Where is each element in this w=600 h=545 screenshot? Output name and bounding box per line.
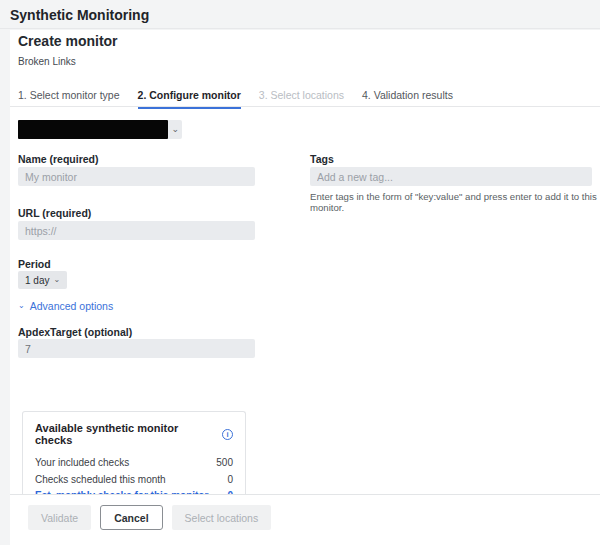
tags-help-text: Enter tags in the form of "key:value" an… (310, 191, 598, 213)
page-title: Synthetic Monitoring (10, 7, 149, 23)
checks-row-label: Your included checks (35, 455, 129, 472)
name-input[interactable] (18, 167, 255, 186)
select-locations-button[interactable]: Select locations (172, 505, 272, 530)
name-label: Name (required) (18, 153, 99, 165)
checks-row-value: 0 (227, 472, 233, 489)
checks-row-scheduled: Checks scheduled this month 0 (35, 472, 233, 489)
app-window: Synthetic Monitoring Create monitor Brok… (0, 0, 600, 545)
advanced-options-toggle[interactable]: ⌄ Advanced options (18, 300, 113, 312)
period-value: 1 day (25, 275, 49, 286)
card-heading: Create monitor (18, 33, 118, 49)
info-icon[interactable]: i (222, 429, 233, 440)
redacted-select-value (18, 120, 168, 139)
tags-label: Tags (310, 153, 334, 165)
monitor-type-select[interactable]: ⌄ (18, 120, 182, 139)
period-label: Period (18, 258, 51, 270)
footer-divider (10, 494, 600, 495)
available-checks-panel: Available synthetic monitor checks i You… (22, 411, 246, 495)
apdex-input[interactable] (18, 339, 255, 358)
chevron-down-icon: ⌄ (171, 123, 179, 135)
url-input[interactable] (18, 221, 255, 240)
tabs-divider (10, 106, 600, 107)
checks-row-included: Your included checks 500 (35, 455, 233, 472)
chevron-down-icon: ⌄ (53, 275, 60, 284)
checks-row-value: 500 (216, 455, 233, 472)
tags-input[interactable] (310, 167, 592, 186)
period-select[interactable]: 1 day ⌄ (18, 271, 67, 289)
cancel-button[interactable]: Cancel (100, 505, 162, 530)
apdex-label: ApdexTarget (optional) (18, 326, 132, 338)
advanced-options-label: Advanced options (30, 300, 113, 312)
checks-panel-title: Available synthetic monitor checks (35, 422, 216, 446)
monitor-type-subheading: Broken Links (18, 56, 76, 67)
checks-row-label: Checks scheduled this month (35, 472, 166, 489)
validate-button[interactable]: Validate (28, 505, 91, 530)
footer-actions: Validate Cancel Select locations (28, 505, 271, 530)
chevron-down-icon: ⌄ (18, 301, 25, 310)
url-label: URL (required) (18, 207, 91, 219)
